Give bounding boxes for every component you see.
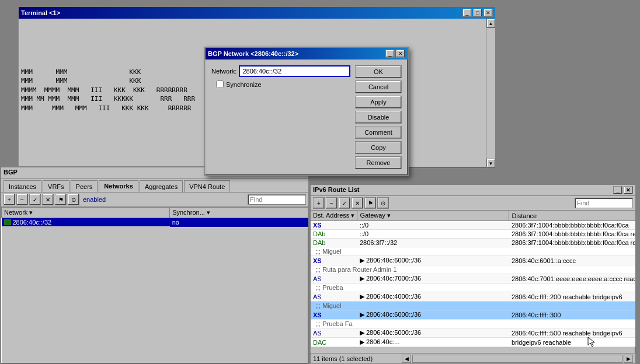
- col-synchronize[interactable]: Synchron... ▾: [170, 208, 308, 218]
- route-type-cell: XS: [311, 221, 357, 230]
- route-dst-cell: ▶ 2806:40c:7000::/36: [357, 274, 509, 284]
- ipv6-panel-title: IPv6 Route List _ ✕: [311, 185, 635, 196]
- route-dst-cell: ▶ 2806:40c:...: [357, 338, 509, 347]
- ipv6-table-row[interactable]: ;;; Prueba Fa: [311, 320, 635, 328]
- ipv6-table-row[interactable]: AS ▶ 2806:40c:7000::/36 2806:40c:7001:ee…: [311, 274, 635, 284]
- bgp-filter-button[interactable]: ⊙: [68, 194, 79, 205]
- comment-button[interactable]: Comment: [355, 126, 402, 139]
- cancel-button[interactable]: Cancel: [355, 80, 402, 93]
- ipv6-hscroll[interactable]: ◀ ▶: [402, 355, 633, 363]
- route-type-cell: DAb: [311, 230, 357, 239]
- dialog-title: BGP Network <2806:40c::/32>: [208, 50, 298, 57]
- ipv6-check-button[interactable]: ✓: [339, 197, 350, 209]
- terminal-scroll-up[interactable]: ▲: [486, 19, 496, 28]
- route-dst-cell: ▶ 2806:40c:6000::/36: [357, 256, 509, 265]
- ipv6-hscroll-track[interactable]: [412, 355, 622, 363]
- ipv6-table-row[interactable]: ;;; Miguel: [311, 247, 635, 256]
- route-dst-cell: ::/0: [357, 230, 509, 239]
- ipv6-table-row[interactable]: XS ▶ 2806:40c:6000::/36 2806:40c:ffff::3…: [311, 310, 635, 320]
- ipv6-table-row[interactable]: ;;; Ruta para Router Admin 1: [311, 265, 635, 274]
- dialog-minimize-button[interactable]: _: [385, 50, 395, 58]
- remove-button[interactable]: Remove: [355, 156, 402, 169]
- col-distance[interactable]: Distance: [509, 211, 635, 221]
- ipv6-find-input[interactable]: [575, 198, 633, 208]
- ipv6-filter-button[interactable]: ⊙: [377, 197, 389, 209]
- route-gateway-cell: 2806:40c:ffff::300: [509, 310, 635, 320]
- ipv6-table-row[interactable]: XS ▶ 2806:40c:6000::/36 2806:40c:6001::a…: [311, 256, 635, 265]
- terminal-scroll-down[interactable]: ▼: [486, 159, 496, 168]
- terminal-titlebar: Terminal <1> _ □ ✕: [19, 7, 495, 19]
- ipv6-table-row[interactable]: DAb ::/0 2806:3f7:1004:bbbb:bbbb:bbbb:f0…: [311, 230, 635, 239]
- route-comment-cell: ;;; Ruta para Router Admin 1: [311, 265, 635, 274]
- terminal-close-button[interactable]: ✕: [484, 9, 493, 17]
- ipv6-table-row[interactable]: DAC ▶ 2806:40c:... bridgeipv6 reachable: [311, 338, 635, 347]
- tab-networks[interactable]: Networks: [99, 180, 138, 192]
- bgp-check-button[interactable]: ✓: [29, 194, 41, 205]
- ipv6-hscroll-left[interactable]: ◀: [402, 355, 411, 363]
- bgp-cross-button[interactable]: ✕: [42, 194, 54, 205]
- route-gateway-cell: 2806:40c:7001:eeee:eeee:eeee:a:cccc reac…: [509, 274, 635, 284]
- ipv6-table-row[interactable]: XS ::/0 2806:3f7:1004:bbbb:bbbb:bbbb:f0c…: [311, 221, 635, 230]
- bgp-add-button[interactable]: +: [4, 194, 15, 205]
- route-dst-cell: ▶ 2806:40c:6000::/36: [357, 310, 509, 320]
- route-comment-cell: ;;; Miguel: [311, 302, 635, 310]
- ipv6-minimize-button[interactable]: _: [613, 186, 622, 194]
- synchronize-checkbox[interactable]: [216, 80, 224, 88]
- bgp-networks-table: Network ▾ Synchron... ▾ 2806:40c::/32 no: [1, 207, 308, 228]
- ipv6-table-row[interactable]: AS ▶ 2806:40c:5000::/36 2806:40c:ffff::5…: [311, 328, 635, 338]
- terminal-scrollbar[interactable]: ▲ ▼: [486, 19, 495, 168]
- bgp-table-row[interactable]: 2806:40c::/32 no: [2, 218, 308, 228]
- ipv6-hscroll-right[interactable]: ▶: [624, 355, 633, 363]
- ipv6-status-bar: 11 items (1 selected) ◀ ▶: [311, 353, 635, 363]
- terminal-minimize-button[interactable]: _: [462, 9, 472, 17]
- bgp-remove-button[interactable]: −: [16, 194, 28, 205]
- route-gateway-cell: 2806:40c:6001::a:cccc: [509, 256, 635, 265]
- synchronize-row: Synchronize: [216, 80, 350, 88]
- ipv6-table-row[interactable]: ;;; Miguel: [311, 302, 635, 310]
- tab-aggregates[interactable]: Aggregates: [140, 180, 183, 192]
- route-type-cell: XS: [311, 310, 357, 320]
- ok-button[interactable]: OK: [355, 65, 402, 78]
- route-dst-cell: ▶ 2806:40c:5000::/36: [357, 328, 509, 338]
- col-network[interactable]: Network ▾: [2, 208, 170, 218]
- ipv6-table-container: Dst. Address ▾ Gateway ▾ Distance XS ::/…: [311, 211, 635, 363]
- tab-peers[interactable]: Peers: [71, 180, 98, 192]
- dialog-body: Network: Synchronize OK Cancel Apply Dis…: [206, 60, 408, 175]
- ipv6-add-button[interactable]: +: [313, 197, 325, 209]
- bgp-find-input[interactable]: [248, 194, 306, 205]
- ipv6-table-row[interactable]: DAb 2806:3f7::/32 2806:3f7:1004:bbbb:bbb…: [311, 239, 635, 247]
- route-dst-cell: ▶ 2806:40c:4000::/36: [357, 292, 509, 302]
- col-dst-address[interactable]: Dst. Address ▾: [311, 211, 357, 221]
- apply-button[interactable]: Apply: [355, 96, 402, 108]
- tab-vpn4route[interactable]: VPN4 Route: [184, 180, 230, 192]
- dialog-close-button[interactable]: ✕: [396, 50, 405, 58]
- ipv6-table-row[interactable]: ;;; Prueba: [311, 284, 635, 292]
- network-input[interactable]: [239, 65, 350, 77]
- synchronize-label: Synchronize: [226, 81, 262, 88]
- terminal-maximize-button[interactable]: □: [473, 9, 482, 17]
- terminal-controls: _ □ ✕: [462, 9, 493, 17]
- copy-button[interactable]: Copy: [355, 141, 402, 154]
- bgp-panel: BGP Instances VRFs Peers Networks Aggreg…: [0, 166, 309, 364]
- disable-button[interactable]: Disable: [355, 111, 402, 124]
- bgp-tabs: Instances VRFs Peers Networks Aggregates…: [1, 179, 308, 192]
- ipv6-cross-button[interactable]: ✕: [352, 197, 363, 209]
- route-gateway-cell: 2806:3f7:1004:bbbb:bbbb:bbbb:f0ca:f0ca r…: [509, 239, 635, 247]
- route-dst-cell: ::/0: [357, 221, 509, 230]
- tab-instances[interactable]: Instances: [4, 180, 41, 192]
- ipv6-remove-button[interactable]: −: [326, 197, 338, 209]
- route-type-cell: AS: [311, 328, 357, 338]
- bgp-sync-cell: no: [170, 218, 308, 228]
- ipv6-table-row[interactable]: AS ▶ 2806:40c:4000::/36 2806:40c:ffff::2…: [311, 292, 635, 302]
- bgp-flag-button[interactable]: ⚑: [55, 194, 67, 205]
- route-type-cell: AS: [311, 292, 357, 302]
- dialog-controls: _ ✕: [385, 50, 405, 58]
- route-comment-cell: ;;; Prueba Fa: [311, 320, 635, 328]
- ipv6-toolbar: + − ✓ ✕ ⚑ ⊙: [311, 196, 635, 211]
- ipv6-close-button[interactable]: ✕: [624, 186, 633, 194]
- ipv6-flag-button[interactable]: ⚑: [364, 197, 376, 209]
- bgp-network-cell: 2806:40c::/32: [2, 218, 170, 227]
- tab-vrfs[interactable]: VRFs: [43, 180, 69, 192]
- network-label: Network:: [211, 68, 236, 75]
- col-gateway[interactable]: Gateway ▾: [357, 211, 509, 221]
